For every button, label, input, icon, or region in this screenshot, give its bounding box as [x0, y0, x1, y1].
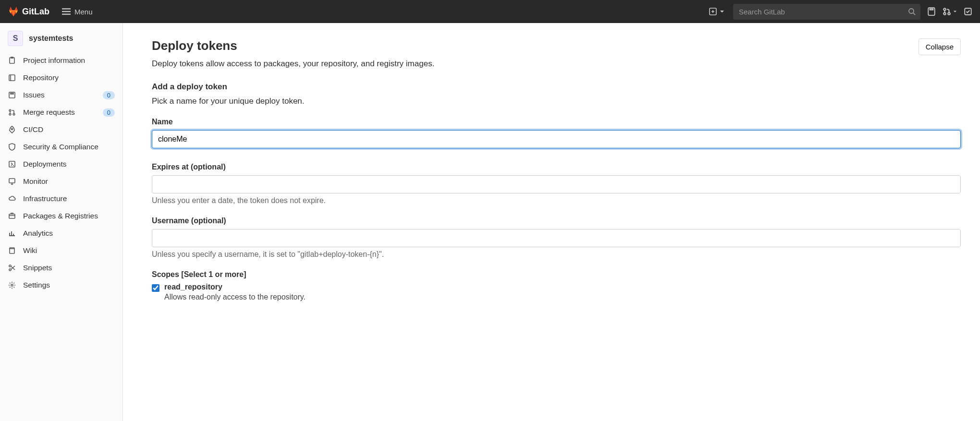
sidebar-item-issues[interactable]: Issues 0	[0, 86, 122, 104]
merge-requests-shortcut[interactable]	[943, 7, 957, 16]
search-input[interactable]	[733, 4, 920, 20]
scope-read-repository-description: Allows read-only access to the repositor…	[164, 293, 961, 301]
sidebar-item-label: Settings	[23, 281, 115, 289]
shield-icon	[8, 143, 16, 151]
sidebar-item-label: Project information	[23, 56, 115, 65]
create-new-dropdown[interactable]	[707, 6, 726, 17]
sidebar-item-monitor[interactable]: Monitor	[0, 173, 122, 190]
book-icon	[8, 247, 16, 254]
sidebar-item-snippets[interactable]: Snippets	[0, 259, 122, 277]
gitlab-logo[interactable]: GitLab	[8, 6, 49, 17]
section-header: Deploy tokens Deploy tokens allow access…	[152, 38, 961, 82]
search-icon	[908, 8, 916, 15]
scope-read-repository-row: read_repository	[152, 283, 961, 292]
svg-rect-11	[10, 58, 14, 63]
mr-count-badge: 0	[103, 108, 115, 117]
expires-field-block: Expires at (optional) Unless you enter a…	[152, 163, 961, 205]
repository-icon	[8, 74, 16, 82]
sidebar-item-repository[interactable]: Repository	[0, 69, 122, 86]
expires-input[interactable]	[152, 175, 961, 193]
sidebar-item-label: Monitor	[23, 177, 115, 186]
sidebar-item-label: Merge requests	[23, 108, 96, 117]
hamburger-icon	[62, 7, 71, 16]
svg-point-26	[11, 284, 13, 286]
svg-rect-0	[62, 8, 71, 9]
scissors-icon	[8, 264, 16, 272]
top-header: GitLab Menu	[0, 0, 980, 23]
project-name: systemtests	[29, 34, 74, 43]
sidebar-item-label: Snippets	[23, 264, 115, 272]
issues-count-badge: 0	[103, 91, 115, 99]
sidebar-item-label: Security & Compliance	[23, 143, 115, 151]
project-info-icon	[8, 57, 16, 64]
header-right	[707, 4, 972, 20]
sidebar-item-security[interactable]: Security & Compliance	[0, 138, 122, 156]
search-box	[733, 4, 920, 20]
username-hint: Unless you specify a username, it is set…	[152, 250, 961, 259]
project-header[interactable]: S systemtests	[0, 27, 122, 50]
menu-button[interactable]: Menu	[57, 5, 98, 18]
merge-request-icon	[8, 108, 16, 116]
svg-rect-1	[62, 11, 71, 12]
sidebar-item-label: Packages & Registries	[23, 212, 115, 220]
sidebar-item-cicd[interactable]: CI/CD	[0, 121, 122, 138]
svg-point-24	[9, 265, 11, 267]
monitor-icon	[8, 178, 16, 185]
deployments-icon	[8, 160, 16, 168]
name-label: Name	[152, 118, 961, 126]
project-avatar: S	[8, 31, 23, 46]
scopes-block: Scopes [Select 1 or more] read_repositor…	[152, 270, 961, 301]
sidebar-item-label: CI/CD	[23, 125, 115, 134]
sidebar-item-label: Issues	[23, 91, 96, 99]
plus-square-icon	[709, 8, 717, 15]
svg-point-9	[948, 12, 950, 15]
name-input[interactable]	[152, 130, 961, 148]
svg-rect-15	[11, 93, 13, 94]
issues-shortcut-icon[interactable]	[927, 7, 936, 16]
sidebar-item-analytics[interactable]: Analytics	[0, 225, 122, 242]
todos-icon[interactable]	[964, 7, 972, 16]
svg-point-25	[9, 269, 11, 271]
add-token-heading: Add a deploy token	[152, 82, 961, 92]
username-input[interactable]	[152, 229, 961, 247]
sidebar-item-infrastructure[interactable]: Infrastructure	[0, 190, 122, 207]
issues-icon	[8, 91, 16, 99]
svg-point-17	[9, 113, 11, 115]
header-left: GitLab Menu	[8, 5, 98, 18]
sidebar-item-wiki[interactable]: Wiki	[0, 242, 122, 259]
sidebar-item-label: Infrastructure	[23, 194, 115, 203]
chevron-down-icon	[720, 9, 724, 14]
sidebar-item-deployments[interactable]: Deployments	[0, 156, 122, 173]
sidebar: S systemtests Project information Reposi…	[0, 23, 123, 421]
sidebar-item-packages[interactable]: Packages & Registries	[0, 207, 122, 225]
sidebar-item-merge-requests[interactable]: Merge requests 0	[0, 104, 122, 121]
cloud-icon	[8, 195, 16, 203]
scopes-heading: Scopes [Select 1 or more]	[152, 270, 961, 279]
sidebar-item-project-information[interactable]: Project information	[0, 52, 122, 69]
sidebar-item-label: Repository	[23, 73, 115, 82]
svg-rect-2	[62, 14, 71, 15]
sidebar-item-settings[interactable]: Settings	[0, 277, 122, 294]
collapse-button[interactable]: Collapse	[919, 38, 961, 55]
sidebar-item-label: Deployments	[23, 160, 115, 168]
svg-point-16	[9, 109, 11, 111]
scope-read-repository-checkbox[interactable]	[152, 284, 159, 292]
page-description: Deploy tokens allow access to packages, …	[152, 59, 434, 69]
svg-rect-22	[9, 214, 15, 218]
svg-rect-6	[930, 9, 933, 10]
svg-point-18	[13, 113, 15, 115]
svg-rect-21	[9, 179, 15, 183]
gear-icon	[8, 281, 16, 289]
expires-hint: Unless you enter a date, the token does …	[152, 196, 961, 205]
username-field-block: Username (optional) Unless you specify a…	[152, 217, 961, 259]
page-title: Deploy tokens	[152, 38, 434, 53]
svg-point-7	[943, 8, 946, 11]
scope-read-repository-label[interactable]: read_repository	[164, 283, 222, 291]
sidebar-item-label: Analytics	[23, 229, 115, 238]
brand-text: GitLab	[22, 7, 49, 17]
username-label: Username (optional)	[152, 217, 961, 225]
svg-point-19	[12, 129, 13, 130]
svg-point-8	[943, 12, 946, 15]
tanuki-icon	[8, 6, 19, 17]
sidebar-item-label: Wiki	[23, 246, 115, 255]
